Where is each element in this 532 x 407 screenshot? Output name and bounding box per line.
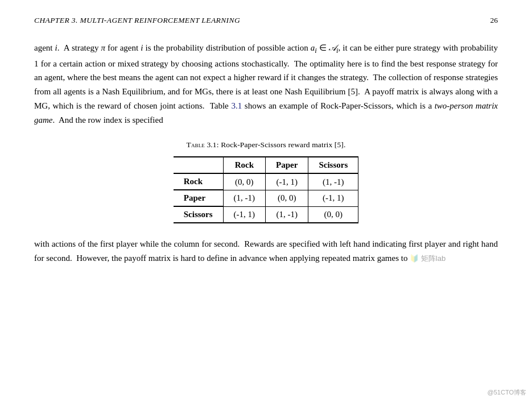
table-row-header-scissors: Scissors: [174, 206, 223, 223]
table-cell: (-1, 1): [308, 190, 358, 206]
table-col-scissors: Scissors: [308, 157, 358, 173]
table-caption: Table 3.1: Rock-Paper-Scissors reward ma…: [34, 140, 498, 149]
table-row: Scissors (-1, 1) (1, -1) (0, 0): [174, 206, 358, 223]
table-cell: (-1, 1): [223, 206, 266, 223]
table-section: Table 3.1: Rock-Paper-Scissors reward ma…: [34, 140, 498, 223]
page-number: 26: [490, 16, 498, 25]
watermark: @51CTO博客: [488, 388, 526, 397]
table-row: Paper (1, -1) (0, 0) (-1, 1): [174, 190, 358, 206]
rps-table: Rock Paper Scissors Rock (0, 0) (-1, 1) …: [174, 156, 359, 223]
table-cell: (1, -1): [308, 173, 358, 190]
table-col-paper: Paper: [266, 157, 308, 173]
watermark-inline: 🔰 矩阵lab: [410, 254, 446, 263]
body-paragraph-2: with actions of the first player while t…: [34, 237, 498, 265]
table-col-rock: Rock: [223, 157, 266, 173]
page-header: CHAPTER 3. MULTI-AGENT REINFORCEMENT LEA…: [34, 16, 498, 25]
page: CHAPTER 3. MULTI-AGENT REINFORCEMENT LEA…: [0, 0, 532, 407]
table-row: Rock (0, 0) (-1, 1) (1, -1): [174, 173, 358, 190]
body-paragraph-1: agent i. A strategy π for agent i is the…: [34, 41, 498, 127]
table-cell: (0, 0): [223, 173, 266, 190]
table-cell: (1, -1): [266, 206, 308, 223]
table-cell: (1, -1): [223, 190, 266, 206]
table-cell: (-1, 1): [266, 173, 308, 190]
table-cell: (0, 0): [266, 190, 308, 206]
chapter-header-title: CHAPTER 3. MULTI-AGENT REINFORCEMENT LEA…: [34, 16, 240, 25]
table-corner-cell: [174, 157, 223, 173]
table-cell: (0, 0): [308, 206, 358, 223]
table-row-header-paper: Paper: [174, 190, 223, 206]
table-row-header-rock: Rock: [174, 173, 223, 190]
